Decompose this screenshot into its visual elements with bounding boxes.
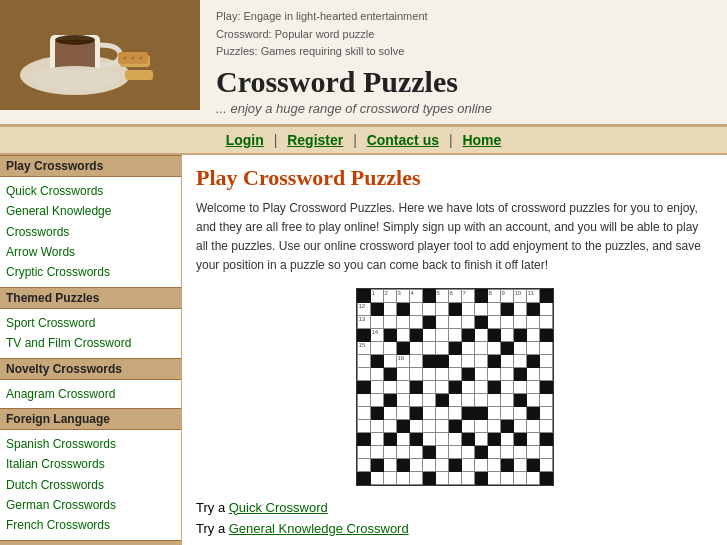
crossword-cell-white [357, 419, 370, 432]
nav-sep-3: | [449, 132, 453, 148]
crossword-cell-white [357, 393, 370, 406]
crossword-cell-black [357, 380, 370, 393]
crossword-cell-white: 6 [448, 289, 461, 302]
crossword-cell-black [370, 458, 383, 471]
crossword-cell-white [513, 302, 526, 315]
crossword-cell-white: 5 [435, 289, 448, 302]
crossword-cell-white [409, 471, 422, 484]
try-link-cryptic: Try a Cryptic Crossword [196, 542, 713, 545]
crossword-cell-black [383, 328, 396, 341]
crossword-cell-black [461, 367, 474, 380]
crossword-cell-white [448, 445, 461, 458]
crossword-cell-white [422, 432, 435, 445]
sidebar-item-tv-film-crossword[interactable]: TV and Film Crossword [6, 333, 175, 353]
crossword-table: // Generate a representative crossword g… [357, 289, 553, 485]
crossword-cell-black [461, 432, 474, 445]
sidebar-section-themed-puzzles: Themed Puzzles Sport Crossword TV and Fi… [0, 287, 181, 358]
crossword-cell-white [500, 406, 513, 419]
sidebar-item-cryptic-crosswords[interactable]: Cryptic Crosswords [6, 262, 175, 282]
sidebar-item-french-crosswords[interactable]: French Crosswords [6, 515, 175, 535]
nav-register[interactable]: Register [287, 132, 343, 148]
crossword-cell-white [526, 341, 539, 354]
crossword-cell-white [435, 341, 448, 354]
crossword-grid: // Generate a representative crossword g… [356, 288, 554, 486]
crossword-cell-white [526, 380, 539, 393]
crossword-cell-white [448, 367, 461, 380]
crossword-cell-black [448, 302, 461, 315]
crossword-cell-white [539, 419, 552, 432]
crossword-cell-white [435, 367, 448, 380]
crossword-cell-black [357, 471, 370, 484]
crossword-cell-black [448, 341, 461, 354]
sidebar-item-arrow-words[interactable]: Arrow Words [6, 242, 175, 262]
crossword-cell-white [383, 380, 396, 393]
nav-contact[interactable]: Contact us [367, 132, 439, 148]
navbar: Login | Register | Contact us | Home [0, 126, 727, 155]
sidebar-item-quick-crosswords[interactable]: Quick Crosswords [6, 181, 175, 201]
svg-point-12 [140, 57, 143, 60]
sidebar-item-german-crosswords[interactable]: German Crosswords [6, 495, 175, 515]
sidebar-section-items-novelty: Anagram Crossword [0, 380, 181, 408]
crossword-cell-black [461, 328, 474, 341]
crossword-cell-white [526, 419, 539, 432]
crossword-cell-white [461, 302, 474, 315]
crossword-cell-white [409, 419, 422, 432]
crossword-cell-white [435, 432, 448, 445]
crossword-cell-white [539, 406, 552, 419]
crossword-cell-white [487, 406, 500, 419]
crossword-cell-white [448, 432, 461, 445]
crossword-cell-black [357, 432, 370, 445]
crossword-cell-white [461, 419, 474, 432]
crossword-cell-white [539, 445, 552, 458]
sidebar-item-dutch-crosswords[interactable]: Dutch Crosswords [6, 475, 175, 495]
nav-home[interactable]: Home [462, 132, 501, 148]
sidebar-item-anagram-crossword[interactable]: Anagram Crossword [6, 384, 175, 404]
sidebar-item-general-knowledge-crosswords[interactable]: General Knowledge Crosswords [6, 201, 175, 242]
crossword-cell-black [487, 354, 500, 367]
crossword-cell-white [474, 458, 487, 471]
crossword-cell-white [500, 432, 513, 445]
crossword-cell-white [357, 367, 370, 380]
crossword-cell-white [474, 302, 487, 315]
crossword-cell-white [383, 419, 396, 432]
link-quick-crossword[interactable]: Quick Crossword [229, 500, 328, 515]
crossword-cell-white [513, 406, 526, 419]
crossword-cell-white [500, 354, 513, 367]
crossword-cell-white [526, 367, 539, 380]
link-cryptic-crossword[interactable]: Cryptic Crossword [229, 542, 335, 545]
crossword-cell-white [526, 328, 539, 341]
crossword-cell-black [357, 289, 370, 302]
crossword-cell-black [513, 432, 526, 445]
crossword-cell-black [539, 328, 552, 341]
crossword-cell-black [474, 315, 487, 328]
crossword-cell-white [513, 419, 526, 432]
crossword-cell-white [357, 406, 370, 419]
crossword-cell-white [500, 471, 513, 484]
crossword-cell-white [461, 445, 474, 458]
page-title: Play Crossword Puzzles [196, 165, 713, 191]
crossword-cell-white: 12 [357, 302, 370, 315]
sidebar-section-items-themed: Sport Crossword TV and Film Crossword [0, 309, 181, 358]
sidebar-section-title-play: Play Crosswords [0, 155, 181, 177]
sidebar-item-sport-crossword[interactable]: Sport Crossword [6, 313, 175, 333]
sidebar-item-italian-crosswords[interactable]: Italian Crosswords [6, 454, 175, 474]
crossword-cell-black [448, 458, 461, 471]
crossword-cell-white [435, 419, 448, 432]
crossword-cell-white [435, 445, 448, 458]
crossword-cell-white [435, 328, 448, 341]
sidebar-section-title-novelty: Novelty Crosswords [0, 358, 181, 380]
sidebar: Play Crosswords Quick Crosswords General… [0, 155, 182, 545]
crossword-cell-white [448, 406, 461, 419]
crossword-grid-container: // Generate a representative crossword g… [196, 288, 713, 486]
crossword-cell-white [370, 471, 383, 484]
sidebar-item-spanish-crosswords[interactable]: Spanish Crosswords [6, 434, 175, 454]
crossword-cell-white: 10 [513, 289, 526, 302]
link-general-knowledge-crossword[interactable]: General Knowledge Crossword [229, 521, 409, 536]
crossword-cell-black [539, 380, 552, 393]
nav-login[interactable]: Login [226, 132, 264, 148]
crossword-cell-white [435, 458, 448, 471]
crossword-cell-white [383, 302, 396, 315]
sidebar-section-title-themed: Themed Puzzles [0, 287, 181, 309]
crossword-cell-white [422, 367, 435, 380]
crossword-cell-black [526, 354, 539, 367]
